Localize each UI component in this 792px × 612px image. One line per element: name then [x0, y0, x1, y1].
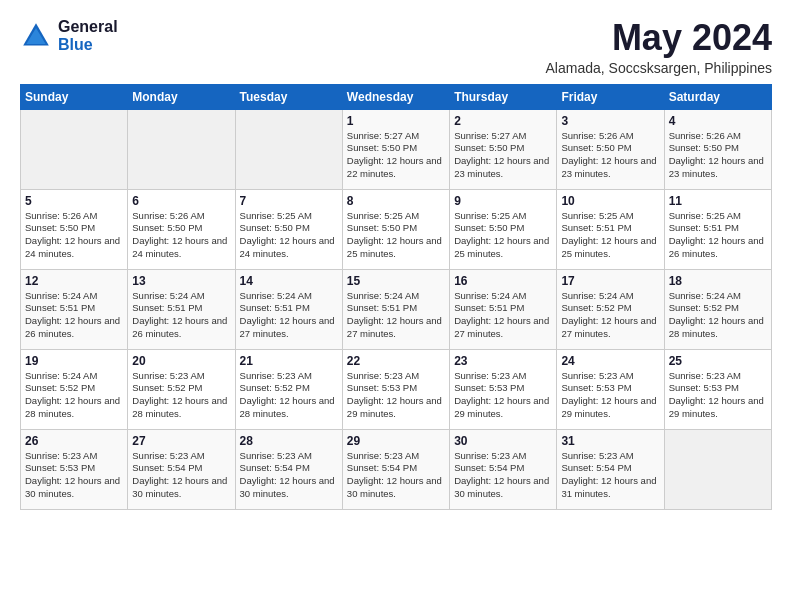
day-info: Sunrise: 5:27 AM Sunset: 5:50 PM Dayligh… — [454, 130, 552, 181]
calendar-body: 1Sunrise: 5:27 AM Sunset: 5:50 PM Daylig… — [21, 109, 772, 509]
table-cell: 8Sunrise: 5:25 AM Sunset: 5:50 PM Daylig… — [342, 189, 449, 269]
logo-icon — [20, 20, 52, 52]
day-info: Sunrise: 5:23 AM Sunset: 5:53 PM Dayligh… — [347, 370, 445, 421]
table-cell — [664, 429, 771, 509]
day-info: Sunrise: 5:23 AM Sunset: 5:54 PM Dayligh… — [240, 450, 338, 501]
day-info: Sunrise: 5:23 AM Sunset: 5:54 PM Dayligh… — [132, 450, 230, 501]
day-info: Sunrise: 5:24 AM Sunset: 5:52 PM Dayligh… — [561, 290, 659, 341]
day-info: Sunrise: 5:23 AM Sunset: 5:52 PM Dayligh… — [240, 370, 338, 421]
day-number: 18 — [669, 274, 767, 288]
day-number: 21 — [240, 354, 338, 368]
day-number: 8 — [347, 194, 445, 208]
table-cell: 10Sunrise: 5:25 AM Sunset: 5:51 PM Dayli… — [557, 189, 664, 269]
table-cell: 4Sunrise: 5:26 AM Sunset: 5:50 PM Daylig… — [664, 109, 771, 189]
table-cell: 28Sunrise: 5:23 AM Sunset: 5:54 PM Dayli… — [235, 429, 342, 509]
day-number: 3 — [561, 114, 659, 128]
day-number: 1 — [347, 114, 445, 128]
table-cell: 2Sunrise: 5:27 AM Sunset: 5:50 PM Daylig… — [450, 109, 557, 189]
location-subtitle: Alamada, Soccsksargen, Philippines — [546, 60, 772, 76]
col-tuesday: Tuesday — [235, 84, 342, 109]
col-wednesday: Wednesday — [342, 84, 449, 109]
day-info: Sunrise: 5:24 AM Sunset: 5:51 PM Dayligh… — [347, 290, 445, 341]
col-sunday: Sunday — [21, 84, 128, 109]
day-number: 15 — [347, 274, 445, 288]
day-info: Sunrise: 5:23 AM Sunset: 5:53 PM Dayligh… — [454, 370, 552, 421]
page: General Blue May 2024 Alamada, Soccsksar… — [0, 0, 792, 520]
title-block: May 2024 Alamada, Soccsksargen, Philippi… — [546, 18, 772, 76]
col-saturday: Saturday — [664, 84, 771, 109]
table-cell — [128, 109, 235, 189]
table-cell — [235, 109, 342, 189]
day-info: Sunrise: 5:25 AM Sunset: 5:51 PM Dayligh… — [561, 210, 659, 261]
day-number: 12 — [25, 274, 123, 288]
day-number: 20 — [132, 354, 230, 368]
table-cell: 1Sunrise: 5:27 AM Sunset: 5:50 PM Daylig… — [342, 109, 449, 189]
day-number: 25 — [669, 354, 767, 368]
week-row-4: 19Sunrise: 5:24 AM Sunset: 5:52 PM Dayli… — [21, 349, 772, 429]
day-number: 2 — [454, 114, 552, 128]
table-cell: 31Sunrise: 5:23 AM Sunset: 5:54 PM Dayli… — [557, 429, 664, 509]
table-cell: 7Sunrise: 5:25 AM Sunset: 5:50 PM Daylig… — [235, 189, 342, 269]
table-cell: 15Sunrise: 5:24 AM Sunset: 5:51 PM Dayli… — [342, 269, 449, 349]
day-number: 5 — [25, 194, 123, 208]
logo: General Blue — [20, 18, 118, 53]
day-number: 28 — [240, 434, 338, 448]
logo-blue-text: Blue — [58, 36, 118, 54]
table-cell: 13Sunrise: 5:24 AM Sunset: 5:51 PM Dayli… — [128, 269, 235, 349]
day-number: 9 — [454, 194, 552, 208]
day-info: Sunrise: 5:25 AM Sunset: 5:50 PM Dayligh… — [240, 210, 338, 261]
calendar-table: Sunday Monday Tuesday Wednesday Thursday… — [20, 84, 772, 510]
table-cell: 5Sunrise: 5:26 AM Sunset: 5:50 PM Daylig… — [21, 189, 128, 269]
col-friday: Friday — [557, 84, 664, 109]
day-info: Sunrise: 5:25 AM Sunset: 5:51 PM Dayligh… — [669, 210, 767, 261]
table-cell: 22Sunrise: 5:23 AM Sunset: 5:53 PM Dayli… — [342, 349, 449, 429]
day-info: Sunrise: 5:24 AM Sunset: 5:51 PM Dayligh… — [454, 290, 552, 341]
week-row-2: 5Sunrise: 5:26 AM Sunset: 5:50 PM Daylig… — [21, 189, 772, 269]
day-number: 22 — [347, 354, 445, 368]
table-cell: 30Sunrise: 5:23 AM Sunset: 5:54 PM Dayli… — [450, 429, 557, 509]
table-cell: 27Sunrise: 5:23 AM Sunset: 5:54 PM Dayli… — [128, 429, 235, 509]
day-number: 17 — [561, 274, 659, 288]
table-cell: 9Sunrise: 5:25 AM Sunset: 5:50 PM Daylig… — [450, 189, 557, 269]
day-number: 29 — [347, 434, 445, 448]
week-row-1: 1Sunrise: 5:27 AM Sunset: 5:50 PM Daylig… — [21, 109, 772, 189]
day-info: Sunrise: 5:24 AM Sunset: 5:52 PM Dayligh… — [25, 370, 123, 421]
table-cell: 26Sunrise: 5:23 AM Sunset: 5:53 PM Dayli… — [21, 429, 128, 509]
col-monday: Monday — [128, 84, 235, 109]
table-cell: 18Sunrise: 5:24 AM Sunset: 5:52 PM Dayli… — [664, 269, 771, 349]
day-number: 13 — [132, 274, 230, 288]
day-info: Sunrise: 5:23 AM Sunset: 5:54 PM Dayligh… — [561, 450, 659, 501]
table-cell: 23Sunrise: 5:23 AM Sunset: 5:53 PM Dayli… — [450, 349, 557, 429]
header-row: Sunday Monday Tuesday Wednesday Thursday… — [21, 84, 772, 109]
table-cell: 17Sunrise: 5:24 AM Sunset: 5:52 PM Dayli… — [557, 269, 664, 349]
calendar-header: Sunday Monday Tuesday Wednesday Thursday… — [21, 84, 772, 109]
day-number: 14 — [240, 274, 338, 288]
table-cell: 12Sunrise: 5:24 AM Sunset: 5:51 PM Dayli… — [21, 269, 128, 349]
day-info: Sunrise: 5:26 AM Sunset: 5:50 PM Dayligh… — [669, 130, 767, 181]
day-number: 6 — [132, 194, 230, 208]
header: General Blue May 2024 Alamada, Soccsksar… — [20, 18, 772, 76]
day-info: Sunrise: 5:23 AM Sunset: 5:54 PM Dayligh… — [454, 450, 552, 501]
day-info: Sunrise: 5:23 AM Sunset: 5:53 PM Dayligh… — [561, 370, 659, 421]
day-number: 30 — [454, 434, 552, 448]
day-number: 19 — [25, 354, 123, 368]
day-info: Sunrise: 5:24 AM Sunset: 5:52 PM Dayligh… — [669, 290, 767, 341]
day-info: Sunrise: 5:23 AM Sunset: 5:53 PM Dayligh… — [25, 450, 123, 501]
table-cell: 29Sunrise: 5:23 AM Sunset: 5:54 PM Dayli… — [342, 429, 449, 509]
table-cell: 20Sunrise: 5:23 AM Sunset: 5:52 PM Dayli… — [128, 349, 235, 429]
day-info: Sunrise: 5:27 AM Sunset: 5:50 PM Dayligh… — [347, 130, 445, 181]
day-number: 4 — [669, 114, 767, 128]
table-cell — [21, 109, 128, 189]
day-number: 23 — [454, 354, 552, 368]
day-info: Sunrise: 5:23 AM Sunset: 5:54 PM Dayligh… — [347, 450, 445, 501]
logo-text: General Blue — [58, 18, 118, 53]
day-number: 11 — [669, 194, 767, 208]
day-number: 7 — [240, 194, 338, 208]
month-title: May 2024 — [546, 18, 772, 58]
day-info: Sunrise: 5:24 AM Sunset: 5:51 PM Dayligh… — [132, 290, 230, 341]
day-info: Sunrise: 5:24 AM Sunset: 5:51 PM Dayligh… — [25, 290, 123, 341]
table-cell: 25Sunrise: 5:23 AM Sunset: 5:53 PM Dayli… — [664, 349, 771, 429]
col-thursday: Thursday — [450, 84, 557, 109]
table-cell: 21Sunrise: 5:23 AM Sunset: 5:52 PM Dayli… — [235, 349, 342, 429]
day-info: Sunrise: 5:26 AM Sunset: 5:50 PM Dayligh… — [561, 130, 659, 181]
